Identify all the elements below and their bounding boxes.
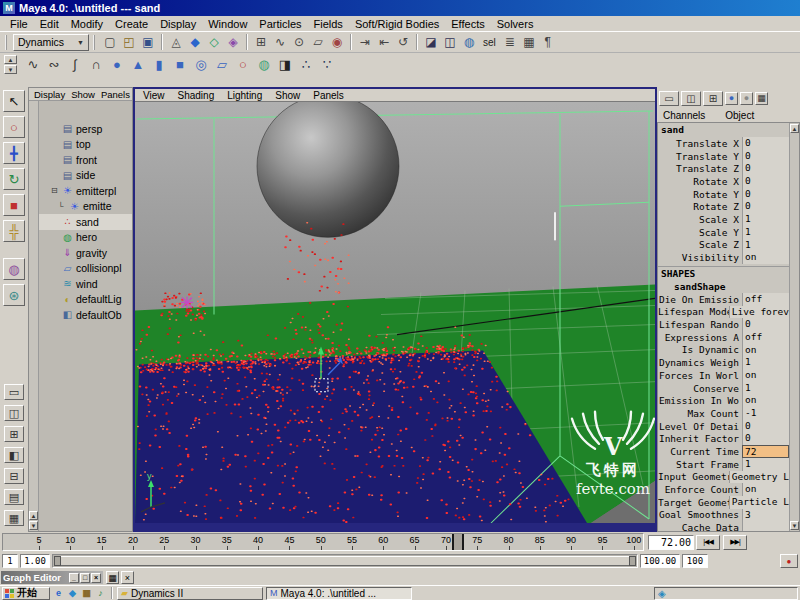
menu-item[interactable]: Particles (253, 18, 307, 30)
separator[interactable] (416, 34, 418, 50)
menu-item[interactable]: Display (154, 18, 202, 30)
channel-value[interactable]: Live forev (729, 306, 789, 319)
layout-graph-persp-icon[interactable]: ⊟ (4, 468, 24, 484)
panel-close-icon[interactable]: × (121, 571, 134, 584)
input-connections-icon[interactable]: ⇥ (356, 33, 374, 51)
outliner-item[interactable]: ▤ persp (39, 121, 132, 137)
scroll-up-icon[interactable]: ▲ (790, 124, 799, 133)
outliner-item[interactable]: ▤ top (39, 137, 132, 153)
channel-value[interactable]: -1 (742, 407, 789, 420)
output-connections-icon[interactable]: ⇤ (375, 33, 393, 51)
range-handle-left[interactable] (54, 556, 61, 566)
snap-to-point-icon[interactable]: ⊙ (290, 33, 308, 51)
select-hulls-icon[interactable]: ◈ (224, 33, 242, 51)
auto-keyframe-button[interactable]: ● (780, 554, 798, 568)
menu-set-selector[interactable]: Dynamics ▼ (13, 34, 89, 51)
tree-expander[interactable]: ⊟ (51, 186, 61, 195)
scroll-down-icon[interactable]: ▼ (29, 521, 38, 530)
panel-menu-item[interactable]: Panels (99, 89, 132, 100)
layout-two-pane-icon[interactable]: ◫ (4, 405, 24, 421)
layout-preset-split-icon[interactable]: ◫ (681, 91, 701, 106)
scale-tool-icon[interactable]: ■ (3, 194, 25, 216)
time-slider-track[interactable]: 5101520253035404550556065707580859095100 (2, 533, 644, 551)
channel-value[interactable]: 1 (742, 458, 789, 471)
current-time-field[interactable]: 72.00 (648, 535, 694, 550)
channel-value[interactable]: 1 (742, 356, 789, 369)
menu-item[interactable]: Soft/Rigid Bodies (349, 18, 445, 30)
snap-to-curve-icon[interactable]: ∿ (271, 33, 289, 51)
panel-menu-item[interactable]: Panels (311, 90, 346, 101)
separator[interactable] (161, 34, 163, 50)
channel-value[interactable]: 1 (742, 382, 789, 395)
list-view-icon[interactable]: ≣ (501, 33, 519, 51)
script-editor-icon[interactable]: ¶ (539, 33, 557, 51)
layout-multi-pane-icon[interactable]: ▦ (4, 510, 24, 526)
channel-value[interactable]: 0 (742, 420, 789, 433)
range-end-field[interactable]: 100 (682, 554, 708, 568)
outliner-item[interactable]: ▤ side (39, 168, 132, 184)
channel-value[interactable]: 0 (742, 200, 789, 213)
outliner-item[interactable]: ▱ collisionpl (39, 261, 132, 277)
drag-handle[interactable] (93, 35, 97, 50)
layout-preset-single-icon[interactable]: ▭ (659, 91, 679, 106)
nurbs-cylinder-icon[interactable]: ▮ (149, 55, 169, 75)
channel-value[interactable]: on (742, 394, 789, 407)
shelf-tab-down-icon[interactable]: ▼ (4, 65, 17, 74)
status-blue-icon[interactable]: ● (725, 92, 738, 105)
channel-value[interactable]: 0 (742, 137, 789, 150)
panel-menu-icon[interactable]: ▦ (106, 571, 119, 584)
shelf-tab-up-icon[interactable]: ▲ (4, 55, 17, 64)
channel-value[interactable]: on (742, 483, 789, 496)
outliner-item[interactable]: ∴ sand (39, 214, 132, 230)
desktop-icon[interactable]: ▦ (80, 587, 93, 600)
drag-handle[interactable] (5, 35, 9, 50)
nurbs-plane-icon[interactable]: ▱ (212, 55, 232, 75)
open-scene-icon[interactable]: ◰ (120, 33, 138, 51)
outliner-item[interactable]: ▤ front (39, 152, 132, 168)
channel-value[interactable]: Geometry L (729, 471, 789, 484)
panel-menu-item[interactable]: Display (32, 89, 67, 100)
menu-item[interactable]: Window (202, 18, 253, 30)
panel-menu-item[interactable]: Channels (661, 110, 707, 121)
outliner-item[interactable]: ◐ defaultLig (39, 292, 132, 308)
channel-value[interactable]: 0 (742, 318, 789, 331)
start-button[interactable]: 开始 (2, 587, 50, 600)
channel-value[interactable]: 0 (742, 150, 789, 163)
menu-item[interactable]: Solvers (491, 18, 540, 30)
menu-item[interactable]: Create (109, 18, 154, 30)
perspective-viewport[interactable]: ViewShadingLightingShowPanels (133, 87, 657, 532)
outliner-item[interactable]: ≋ wind (39, 276, 132, 292)
select-hierarchy-icon[interactable]: ◬ (167, 33, 185, 51)
separator[interactable] (246, 34, 248, 50)
scene-3d-view[interactable]: y V 飞特网 fevte.com (135, 102, 655, 523)
nurbs-circle-icon[interactable]: ○ (233, 55, 253, 75)
rotate-tool-icon[interactable]: ↻ (3, 168, 25, 190)
menu-item[interactable]: Fields (308, 18, 349, 30)
select-components-icon[interactable]: ◇ (205, 33, 223, 51)
channel-value[interactable]: on (742, 369, 789, 382)
channel-value[interactable]: 1 (742, 239, 789, 252)
outliner-item[interactable]: └ ☀ emitte (39, 199, 132, 215)
panel-menu-item[interactable]: Show (69, 89, 97, 100)
arc-tool-icon[interactable]: ∩ (86, 55, 106, 75)
system-tray-icon[interactable]: ◈ (658, 588, 666, 599)
outlook-icon[interactable]: ◆ (66, 587, 79, 600)
title-bar[interactable]: M Maya 4.0: .\untitled --- sand (0, 0, 800, 16)
graph-editor-titlebar[interactable]: Graph Editor _□× (1, 571, 103, 584)
select-objects-icon[interactable]: ◆ (186, 33, 204, 51)
channel-value[interactable]: 0 (742, 188, 789, 201)
ipr-render-icon[interactable]: ◫ (441, 33, 459, 51)
camera-icon[interactable]: ◨ (275, 55, 295, 75)
range-start-field[interactable]: 1 (2, 554, 18, 568)
layout-single-pane-icon[interactable]: ▭ (4, 384, 24, 400)
snap-to-grid-icon[interactable]: ⊞ (252, 33, 270, 51)
tree-expander[interactable]: └ (58, 202, 68, 211)
snap-to-plane-icon[interactable]: ▱ (309, 33, 327, 51)
ep-curve-tool-icon[interactable]: ∾ (44, 55, 64, 75)
channel-value[interactable]: Particle L (729, 496, 789, 509)
menu-item[interactable]: File (4, 18, 34, 30)
pencil-curve-tool-icon[interactable]: ∫ (65, 55, 85, 75)
outliner-item[interactable]: ◍ hero (39, 230, 132, 246)
taskbar-task-button[interactable]: ▰ Dynamics II (117, 587, 263, 600)
render-frame-icon[interactable]: ◪ (422, 33, 440, 51)
